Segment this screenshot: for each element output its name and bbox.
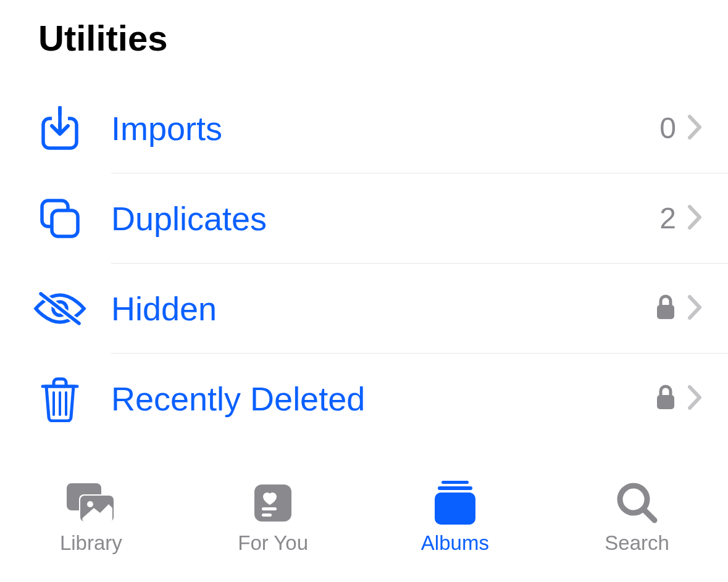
library-icon bbox=[64, 481, 117, 525]
tab-albums[interactable]: Albums bbox=[364, 481, 546, 555]
svg-rect-20 bbox=[262, 507, 277, 510]
svg-rect-21 bbox=[262, 513, 272, 517]
svg-rect-5 bbox=[52, 210, 78, 236]
chevron-right-icon bbox=[687, 114, 703, 143]
list-item-hidden[interactable]: Hidden bbox=[0, 264, 728, 354]
list-item-duplicates[interactable]: Duplicates 2 bbox=[0, 173, 728, 264]
section-title: Utilities bbox=[0, 0, 728, 83]
chevron-right-icon bbox=[687, 294, 703, 323]
albums-icon bbox=[433, 481, 477, 525]
svg-point-18 bbox=[87, 501, 93, 507]
tab-search[interactable]: Search bbox=[546, 481, 728, 555]
tab-label: Search bbox=[605, 531, 669, 555]
search-icon bbox=[615, 481, 659, 525]
tab-for-you[interactable]: For You bbox=[182, 481, 364, 555]
list-item-imports[interactable]: Imports 0 bbox=[0, 83, 728, 173]
svg-line-26 bbox=[643, 509, 655, 520]
tab-label: Library bbox=[60, 531, 122, 555]
hidden-icon bbox=[32, 290, 88, 327]
utilities-list: Imports 0 Duplica bbox=[0, 83, 728, 444]
item-count: 2 bbox=[659, 201, 676, 235]
list-item-recently-deleted[interactable]: Recently Deleted bbox=[0, 354, 728, 444]
import-icon bbox=[32, 106, 88, 151]
svg-rect-9 bbox=[657, 305, 674, 319]
trash-icon bbox=[32, 375, 88, 422]
lock-icon bbox=[655, 294, 676, 323]
item-count: 0 bbox=[659, 111, 676, 145]
svg-rect-14 bbox=[657, 395, 674, 409]
list-item-label: Imports bbox=[111, 109, 659, 148]
tab-label: Albums bbox=[421, 531, 489, 555]
list-item-label: Recently Deleted bbox=[111, 380, 655, 418]
chevron-right-icon bbox=[687, 385, 703, 413]
list-item-label: Duplicates bbox=[111, 199, 659, 238]
chevron-right-icon bbox=[687, 204, 703, 233]
svg-rect-23 bbox=[438, 486, 472, 490]
svg-rect-22 bbox=[441, 481, 469, 484]
tab-label: For You bbox=[238, 531, 308, 555]
svg-rect-19 bbox=[254, 484, 291, 522]
svg-rect-24 bbox=[435, 493, 475, 525]
tab-library[interactable]: Library bbox=[0, 481, 182, 555]
duplicates-icon bbox=[32, 197, 88, 240]
for-you-icon bbox=[253, 481, 293, 525]
lock-icon bbox=[655, 384, 676, 414]
list-item-label: Hidden bbox=[111, 289, 655, 328]
tab-bar: Library For You Albums bbox=[0, 466, 728, 582]
